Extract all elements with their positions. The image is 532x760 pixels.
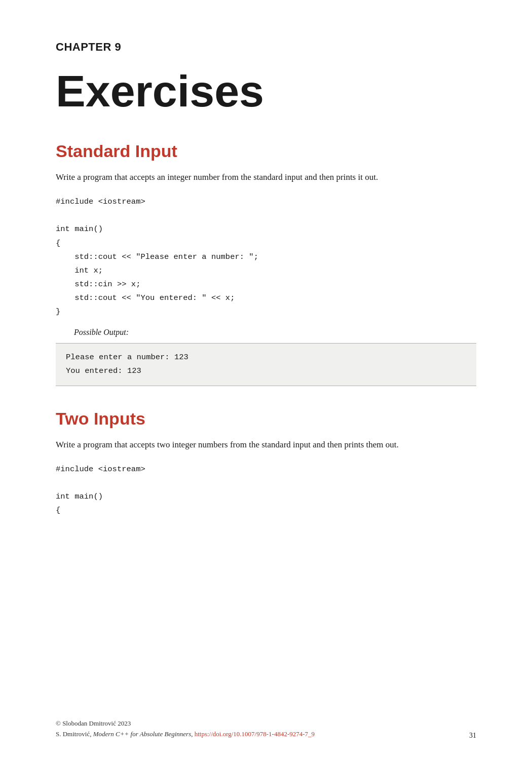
footer: © Slobodan Dmitrović 2023 S. Dmitrović, … (56, 718, 476, 740)
page-number: 31 (469, 732, 476, 740)
code-block-two-inputs: #include <iostream> int main() { (56, 463, 476, 518)
section-description-standard-input: Write a program that accepts an integer … (56, 170, 476, 184)
footer-book-url[interactable]: https://doi.org/10.1007/978-1-4842-9274-… (195, 730, 315, 738)
possible-output-label: Possible Output: (74, 328, 476, 343)
footer-copyright: © Slobodan Dmitrović 2023 (56, 718, 476, 729)
chapter-label: CHAPTER 9 (56, 41, 476, 54)
section-description-two-inputs: Write a program that accepts two integer… (56, 438, 476, 451)
section-two-inputs: Two Inputs Write a program that accepts … (56, 409, 476, 518)
footer-book-line: S. Dmitrović, Modern C++ for Absolute Be… (56, 729, 476, 740)
footer-book-title: Modern C++ for Absolute Beginners (93, 730, 192, 738)
section-title-standard-input: Standard Input (56, 141, 476, 161)
code-block-standard-input: #include <iostream> int main() { std::co… (56, 195, 476, 319)
chapter-title: Exercises (56, 69, 476, 113)
footer-book-prefix: S. Dmitrović, (56, 730, 93, 738)
section-title-two-inputs: Two Inputs (56, 409, 476, 429)
page: CHAPTER 9 Exercises Standard Input Write… (0, 0, 532, 760)
section-standard-input: Standard Input Write a program that acce… (56, 141, 476, 386)
output-block-standard-input: Please enter a number: 123 You entered: … (56, 343, 476, 386)
